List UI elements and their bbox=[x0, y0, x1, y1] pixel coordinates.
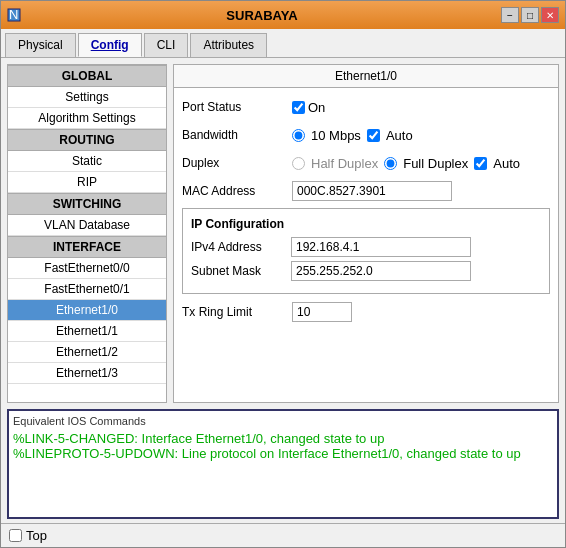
mac-address-input[interactable] bbox=[292, 181, 452, 201]
ip-config-box: IP Configuration IPv4 Address Subnet Mas… bbox=[182, 208, 550, 294]
main-window: N SURABAYA − □ ✕ Physical Config CLI Att… bbox=[0, 0, 566, 548]
half-duplex-label: Half Duplex bbox=[311, 156, 378, 171]
bandwidth-value: 10 Mbps bbox=[311, 128, 361, 143]
console-line-1: %LINK-5-CHANGED: Interface Ethernet1/0, … bbox=[13, 431, 553, 446]
sidebar-section-switching: SWITCHING bbox=[8, 193, 166, 215]
svg-text:N: N bbox=[9, 8, 18, 22]
tx-ring-input[interactable] bbox=[292, 302, 352, 322]
right-panel: Ethernet1/0 Port Status On bbox=[173, 64, 559, 403]
sidebar-item-rip[interactable]: RIP bbox=[8, 172, 166, 193]
bandwidth-row: Bandwidth 10 Mbps Auto bbox=[182, 124, 550, 146]
tab-cli[interactable]: CLI bbox=[144, 33, 189, 57]
ip-config-title: IP Configuration bbox=[191, 217, 541, 231]
main-content: GLOBAL Settings Algorithm Settings ROUTI… bbox=[1, 58, 565, 409]
sidebar-item-ethernet12[interactable]: Ethernet1/2 bbox=[8, 342, 166, 363]
sidebar-item-static[interactable]: Static bbox=[8, 151, 166, 172]
bandwidth-label: Bandwidth bbox=[182, 128, 292, 142]
sidebar-item-ethernet11[interactable]: Ethernet1/1 bbox=[8, 321, 166, 342]
sidebar-item-settings[interactable]: Settings bbox=[8, 87, 166, 108]
minimize-button[interactable]: − bbox=[501, 7, 519, 23]
tx-ring-row: Tx Ring Limit bbox=[182, 302, 550, 322]
mac-address-label: MAC Address bbox=[182, 184, 292, 198]
sidebar-item-ethernet10[interactable]: Ethernet1/0 bbox=[8, 300, 166, 321]
sidebar-item-ethernet13[interactable]: Ethernet1/3 bbox=[8, 363, 166, 384]
subnet-label: Subnet Mask bbox=[191, 264, 291, 278]
duplex-auto-checkbox[interactable] bbox=[474, 157, 487, 170]
full-duplex-radio[interactable] bbox=[384, 157, 397, 170]
sidebar-item-algorithm-settings[interactable]: Algorithm Settings bbox=[8, 108, 166, 129]
sidebar-item-vlan-database[interactable]: VLAN Database bbox=[8, 215, 166, 236]
window-title: SURABAYA bbox=[23, 8, 501, 23]
port-status-checkbox-group: On bbox=[292, 100, 325, 115]
maximize-button[interactable]: □ bbox=[521, 7, 539, 23]
mac-address-row: MAC Address bbox=[182, 180, 550, 202]
duplex-controls: Half Duplex Full Duplex Auto bbox=[292, 156, 550, 171]
subnet-input[interactable] bbox=[291, 261, 471, 281]
bottom-bar: Top bbox=[1, 523, 565, 547]
bandwidth-controls: 10 Mbps Auto bbox=[292, 128, 550, 143]
subnet-row: Subnet Mask bbox=[191, 261, 541, 281]
half-duplex-radio[interactable] bbox=[292, 157, 305, 170]
ipv4-input[interactable] bbox=[291, 237, 471, 257]
port-status-checkbox[interactable] bbox=[292, 101, 305, 114]
sidebar: GLOBAL Settings Algorithm Settings ROUTI… bbox=[7, 64, 167, 403]
title-bar: N SURABAYA − □ ✕ bbox=[1, 1, 565, 29]
top-checkbox-group: Top bbox=[9, 528, 47, 543]
tab-physical[interactable]: Physical bbox=[5, 33, 76, 57]
sidebar-section-global: GLOBAL bbox=[8, 65, 166, 87]
mac-address-controls bbox=[292, 181, 550, 201]
tx-ring-label: Tx Ring Limit bbox=[182, 305, 292, 319]
sidebar-item-fastethernet01[interactable]: FastEthernet0/1 bbox=[8, 279, 166, 300]
console-section: Equivalent IOS Commands %LINK-5-CHANGED:… bbox=[7, 409, 559, 519]
ipv4-label: IPv4 Address bbox=[191, 240, 291, 254]
sidebar-section-routing: ROUTING bbox=[8, 129, 166, 151]
port-status-row: Port Status On bbox=[182, 96, 550, 118]
top-checkbox[interactable] bbox=[9, 529, 22, 542]
tab-attributes[interactable]: Attributes bbox=[190, 33, 267, 57]
full-duplex-label: Full Duplex bbox=[403, 156, 468, 171]
tab-bar: Physical Config CLI Attributes bbox=[1, 29, 565, 58]
config-panel-title: Ethernet1/0 bbox=[174, 65, 558, 88]
close-button[interactable]: ✕ bbox=[541, 7, 559, 23]
bandwidth-auto-checkbox[interactable] bbox=[367, 129, 380, 142]
sidebar-item-fastethernet00[interactable]: FastEthernet0/0 bbox=[8, 258, 166, 279]
config-body: Port Status On Bandwidth bbox=[174, 88, 558, 330]
console-line-3: %LINEPROTO-5-UPDOWN: Line protocol on In… bbox=[13, 446, 553, 461]
top-label: Top bbox=[26, 528, 47, 543]
port-status-on-label: On bbox=[308, 100, 325, 115]
port-status-controls: On bbox=[292, 100, 550, 115]
window-controls: − □ ✕ bbox=[501, 7, 559, 23]
duplex-auto-label: Auto bbox=[493, 156, 520, 171]
tab-config[interactable]: Config bbox=[78, 33, 142, 57]
sidebar-section-interface: INTERFACE bbox=[8, 236, 166, 258]
bandwidth-radio[interactable] bbox=[292, 129, 305, 142]
duplex-row: Duplex Half Duplex Full Duplex Auto bbox=[182, 152, 550, 174]
console-title: Equivalent IOS Commands bbox=[13, 415, 553, 427]
ipv4-row: IPv4 Address bbox=[191, 237, 541, 257]
app-icon: N bbox=[7, 7, 23, 23]
port-status-label: Port Status bbox=[182, 100, 292, 114]
console-body[interactable]: %LINK-5-CHANGED: Interface Ethernet1/0, … bbox=[13, 431, 553, 511]
bandwidth-auto-label: Auto bbox=[386, 128, 413, 143]
config-panel: Ethernet1/0 Port Status On bbox=[173, 64, 559, 403]
duplex-label: Duplex bbox=[182, 156, 292, 170]
